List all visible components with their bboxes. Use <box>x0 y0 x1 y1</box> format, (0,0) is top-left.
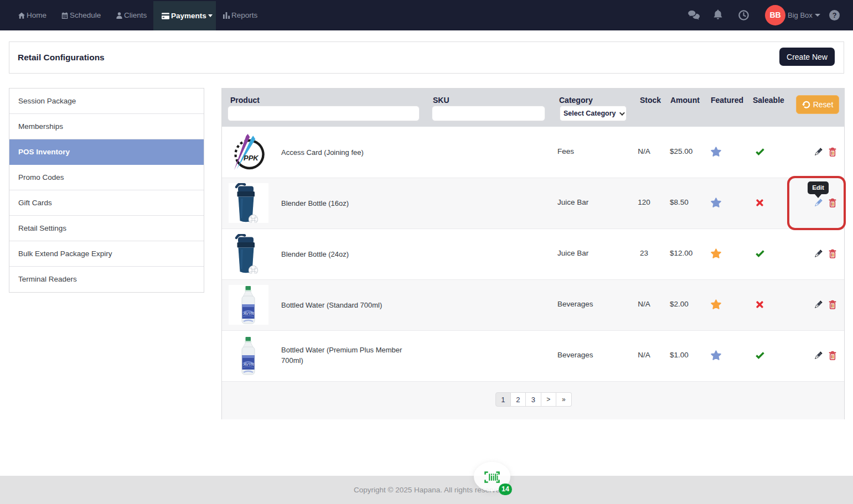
svg-text:AVYN: AVYN <box>243 362 255 366</box>
svg-text:?: ? <box>833 12 837 19</box>
svg-text:AVYN: AVYN <box>243 311 255 315</box>
